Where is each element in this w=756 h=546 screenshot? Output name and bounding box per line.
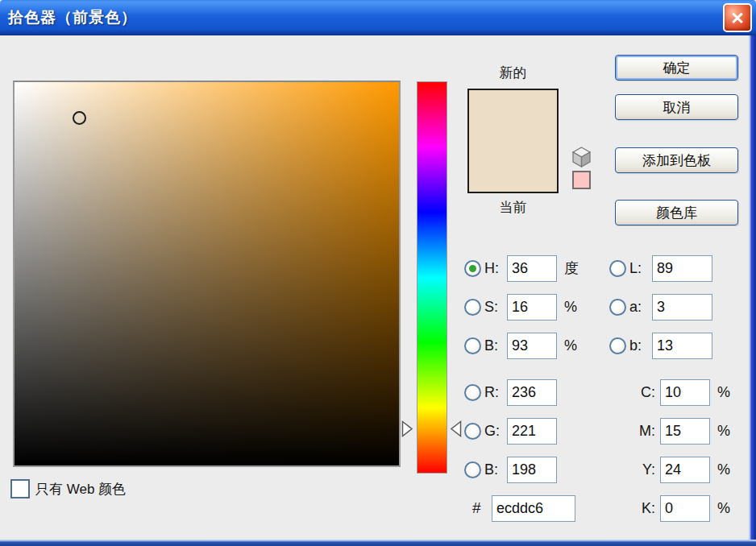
b-input[interactable]: [507, 333, 557, 359]
r-label: R:: [484, 384, 507, 401]
title-bar[interactable]: 拾色器（前景色） ✕: [0, 0, 756, 35]
r-input[interactable]: [507, 379, 557, 406]
not-web-safe-cube-icon[interactable]: [571, 147, 592, 168]
field-row-lab-b: b:: [609, 331, 712, 360]
k-input[interactable]: [660, 495, 710, 522]
web-colors-only-label: 只有 Web 颜色: [35, 480, 126, 498]
b-unit: %: [564, 337, 577, 354]
window-frame-right: [748, 35, 756, 540]
hex-prefix: #: [464, 499, 492, 517]
s-radio[interactable]: [464, 299, 481, 316]
color-field-marker[interactable]: [73, 111, 86, 125]
b-radio[interactable]: [464, 337, 481, 354]
field-row-m: M: %: [609, 416, 730, 445]
y-unit: %: [717, 461, 730, 478]
web-colors-only-option[interactable]: 只有 Web 颜色: [10, 479, 126, 498]
h-input[interactable]: [507, 255, 557, 282]
field-row-h: H: 度: [464, 254, 579, 283]
a-label: a:: [629, 299, 652, 316]
color-preview-swatch[interactable]: [467, 89, 559, 193]
b-label: B:: [484, 337, 507, 354]
g-input[interactable]: [507, 418, 557, 445]
y-input[interactable]: [660, 457, 710, 483]
hue-slider[interactable]: [417, 81, 447, 474]
close-icon: ✕: [730, 10, 745, 27]
ok-button[interactable]: 确定: [615, 55, 738, 81]
l-radio[interactable]: [609, 260, 626, 277]
field-row-y: Y: %: [609, 455, 730, 484]
web-colors-only-checkbox[interactable]: [10, 479, 30, 498]
saturation-brightness-field[interactable]: [13, 81, 401, 467]
field-row-b: B: %: [464, 331, 577, 360]
field-row-a: a:: [609, 292, 712, 321]
k-unit: %: [717, 500, 730, 517]
c-label: C:: [609, 384, 660, 401]
new-color-swatch: [469, 90, 557, 141]
window-title: 拾色器（前景色）: [8, 7, 137, 28]
color-libraries-button[interactable]: 颜色库: [615, 200, 738, 225]
r-radio[interactable]: [464, 384, 481, 401]
b2-radio[interactable]: [464, 461, 481, 478]
current-color-label: 当前: [467, 198, 559, 217]
web-safe-color-swatch[interactable]: [572, 171, 591, 189]
field-row-b2: B:: [464, 455, 557, 484]
s-unit: %: [564, 299, 577, 316]
k-label: K:: [609, 500, 660, 517]
field-row-g: G:: [464, 416, 557, 445]
s-input[interactable]: [507, 294, 557, 321]
y-label: Y:: [609, 461, 660, 478]
h-unit: 度: [564, 259, 579, 278]
field-row-k: K: %: [609, 494, 730, 523]
a-radio[interactable]: [609, 299, 626, 316]
field-row-c: C: %: [609, 378, 730, 407]
field-row-r: R:: [464, 378, 557, 407]
c-unit: %: [717, 384, 730, 401]
close-button[interactable]: ✕: [723, 3, 752, 32]
window-frame-bottom: [0, 540, 756, 546]
h-radio[interactable]: [464, 260, 481, 277]
g-radio[interactable]: [464, 423, 481, 440]
m-input[interactable]: [660, 418, 710, 445]
field-row-s: S: %: [464, 292, 577, 321]
current-color-swatch[interactable]: [469, 141, 557, 192]
h-label: H:: [484, 260, 507, 277]
add-to-swatches-button[interactable]: 添加到色板: [615, 147, 738, 173]
g-label: G:: [484, 423, 507, 440]
m-label: M:: [609, 423, 660, 440]
new-color-label: 新的: [467, 64, 559, 82]
cancel-button[interactable]: 取消: [615, 94, 738, 120]
lab-b-radio[interactable]: [609, 337, 626, 354]
a-input[interactable]: [652, 294, 712, 321]
hue-slider-right-arrow-icon[interactable]: [450, 420, 462, 437]
b2-label: B:: [484, 461, 507, 478]
lab-b-input[interactable]: [652, 333, 712, 359]
m-unit: %: [717, 423, 730, 440]
field-row-l: L:: [609, 254, 712, 283]
hex-input[interactable]: [492, 495, 575, 522]
radio-dot: [469, 265, 476, 272]
l-input[interactable]: [652, 255, 712, 282]
b2-input[interactable]: [507, 457, 557, 483]
s-label: S:: [484, 299, 507, 316]
l-label: L:: [629, 260, 652, 277]
hue-slider-left-arrow-icon[interactable]: [401, 420, 413, 437]
field-row-hex: #: [464, 494, 575, 523]
c-input[interactable]: [660, 379, 710, 406]
lab-b-label: b:: [629, 337, 652, 354]
